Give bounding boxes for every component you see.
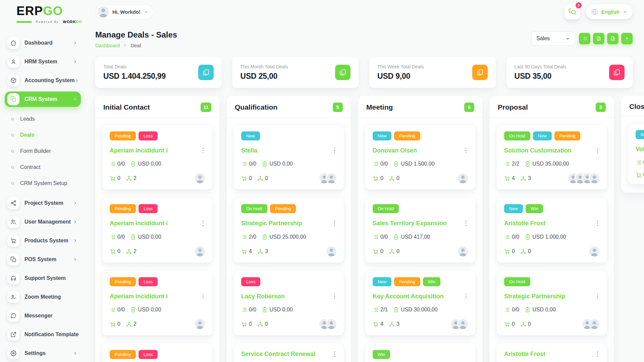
deal-card[interactable]: On Hold Sales Territory Expansion 0/0 $U… — [365, 197, 476, 263]
deal-title[interactable]: Sales Territory Expansion — [373, 220, 447, 227]
deal-title[interactable]: Strategic Partnership — [504, 293, 565, 300]
tasks-stat: 2/0 — [241, 234, 256, 240]
deal-card[interactable]: PendingLoss Aperiam incididunt i 0/0 $US… — [102, 124, 213, 190]
card-menu-button[interactable] — [596, 292, 600, 301]
sidebar-subitem-crm-system-setup[interactable]: CRM System Setup — [5, 177, 81, 190]
app-logo[interactable]: ERPGO Powered By WORKDO — [0, 5, 86, 24]
assignee-avatar — [589, 173, 599, 183]
deal-card[interactable]: On HoldNewPending Solution Customization… — [496, 124, 607, 190]
deal-card[interactable]: PendingLoss Aperiam incididunt i 0/0 $US… — [102, 270, 213, 336]
deal-card[interactable]: On HoldPending Strategic Partnership 2/0… — [233, 197, 344, 263]
deal-card[interactable]: PendingLoss Aperiam incididunt i 0/0 $US… — [102, 197, 213, 263]
sidebar-item-project-system[interactable]: Project System — [5, 195, 81, 211]
card-menu-button[interactable] — [464, 219, 468, 228]
deal-title[interactable]: Service Contract Renewal — [241, 351, 315, 358]
sidebar-item-notification-template[interactable]: Notification Template — [5, 327, 81, 342]
sidebar-subitem-deals[interactable]: Deals — [5, 128, 81, 142]
export-button[interactable] — [607, 33, 619, 44]
deal-card[interactable]: New Voluptas 0/0 $ 0 — [628, 123, 644, 185]
chevron-right-icon — [73, 41, 77, 45]
sidebar-item-pos-system[interactable]: POS System — [5, 252, 81, 267]
card-menu-button[interactable] — [596, 350, 600, 358]
list-icon — [241, 307, 247, 313]
deal-title[interactable]: Strategic Partnership — [241, 220, 302, 227]
card-menu-button[interactable] — [201, 219, 205, 228]
sidebar-item-zoom-meeting[interactable]: Zoom Meeting — [5, 289, 81, 305]
deal-card[interactable]: Service Contract Renewal $ — [233, 343, 344, 362]
deal-title[interactable]: Donovan Olsen — [373, 147, 417, 154]
cart-icon — [110, 248, 116, 254]
add-deal-button[interactable] — [621, 33, 633, 44]
card-menu-button[interactable] — [333, 350, 337, 358]
page-header: Manage Deals - Sales Dashboard Deal Sale… — [95, 30, 644, 48]
breadcrumb-dashboard-link[interactable]: Dashboard — [95, 43, 120, 48]
tasks-stat: 0/0 — [241, 307, 256, 313]
badge-row: On Hold — [504, 277, 599, 286]
list-icon — [373, 234, 379, 240]
sidebar-item-hrm-system[interactable]: HRM System — [5, 54, 81, 69]
sidebar-item-support-system[interactable]: Support System — [5, 270, 81, 286]
sidebar-item-messenger[interactable]: Messenger — [5, 308, 81, 323]
amount-stat: $USD 0,00 — [262, 161, 292, 167]
sidebar-item-user-management[interactable]: User Management — [5, 214, 81, 230]
deal-card[interactable]: New Stella 0/0 $USD 0,00 0 0 — [233, 124, 344, 190]
products-stat: 0 — [504, 248, 515, 254]
money-icon: $ — [262, 234, 268, 240]
cart-icon — [241, 321, 247, 327]
deal-card[interactable]: Loss Lacy Roberson 0/0 $USD 0,00 0 0 — [233, 270, 344, 336]
assignee-avatars — [195, 173, 205, 183]
deal-card[interactable]: NewPending Donovan Olsen 0/0 $USD 1.500,… — [365, 124, 476, 190]
card-menu-button[interactable] — [464, 146, 468, 155]
money-icon: $ — [393, 307, 399, 313]
deal-card[interactable]: PendingLoss Aperiam incididunt i $ — [102, 343, 213, 362]
sidebar-item-products-system[interactable]: Products System — [5, 233, 81, 248]
deal-card[interactable]: Aristotle Frost $ — [496, 343, 607, 362]
products-stat: 4 — [504, 175, 515, 181]
card-menu-button[interactable] — [201, 292, 205, 301]
deal-card[interactable]: NewPendingWin Key Account Acquisition 2/… — [365, 270, 476, 336]
deal-card[interactable]: NewWin Aristotle Frost 0/0 $USD 1.000,00… — [496, 197, 607, 263]
deal-title[interactable]: Aperiam incididunt i — [110, 147, 168, 154]
sidebar-subitem-contract[interactable]: Contract — [5, 161, 81, 174]
status-badge: New — [636, 130, 644, 139]
sidebar-item-dashboard[interactable]: Dashboard — [5, 35, 81, 51]
sidebar-item-crm-system[interactable]: CRM System — [5, 92, 81, 107]
card-menu-button[interactable] — [464, 292, 468, 301]
breadcrumb-current: Deal — [130, 43, 141, 48]
card-menu-button[interactable] — [333, 292, 337, 301]
cart-icon — [241, 175, 247, 181]
deal-title[interactable]: Aristotle Frost — [504, 351, 545, 358]
card-menu-button[interactable] — [596, 219, 600, 228]
card-menu-button[interactable] — [201, 146, 205, 155]
deal-title[interactable]: Aperiam incididunt i — [110, 220, 168, 227]
network-icon — [126, 321, 132, 327]
sidebar-item-accounting-system[interactable]: Accounting System — [5, 73, 81, 88]
card-menu-button[interactable] — [333, 219, 337, 228]
deal-title[interactable]: Key Account Acquisition — [373, 293, 444, 300]
svg-text:$: $ — [132, 163, 134, 166]
deal-title[interactable]: Lacy Roberson — [241, 293, 285, 300]
deal-title[interactable]: Aperiam incididunt i — [110, 293, 168, 300]
import-button[interactable] — [593, 33, 604, 44]
sidebar-subitem-form-builder[interactable]: Form Builder — [5, 144, 81, 158]
deal-title[interactable]: Voluptas — [636, 146, 644, 153]
pipeline-select[interactable]: Sales — [531, 32, 575, 46]
deal-card[interactable]: On Hold Strategic Partnership 0/0 $USD 0… — [496, 270, 607, 336]
sidebar-subitem-leads[interactable]: Leads — [5, 112, 81, 126]
language-select[interactable]: English — [586, 4, 633, 19]
list-view-button[interactable] — [579, 33, 590, 44]
sidebar-item-settings[interactable]: Settings — [5, 346, 81, 361]
deal-title[interactable]: Solution Customization — [504, 147, 572, 154]
card-menu-button[interactable] — [596, 146, 600, 155]
list-icon — [110, 234, 116, 240]
cart-icon — [636, 172, 642, 178]
deal-title[interactable]: Aristotle Frost — [504, 220, 545, 227]
user-menu[interactable]: Hi, Workdo! — [95, 4, 153, 19]
chevron-right-icon — [73, 351, 77, 356]
deal-card[interactable]: Win Expansion Deal $ — [365, 343, 476, 362]
stat-value: USD 9,00 — [377, 72, 424, 81]
messages-button[interactable]: 0 — [565, 4, 580, 19]
deal-title[interactable]: Stella — [241, 147, 257, 154]
card-menu-button[interactable] — [333, 146, 337, 155]
deals-stat-icon — [335, 65, 351, 80]
